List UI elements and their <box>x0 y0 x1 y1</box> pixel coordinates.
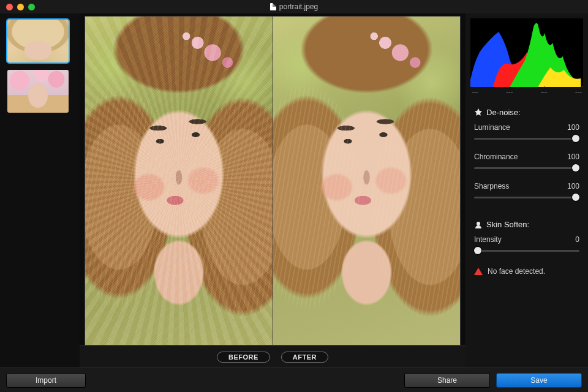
face-warning-text: No face detected. <box>488 267 545 276</box>
thumbnail-0[interactable] <box>7 20 69 62</box>
intensity-label: Intensity <box>474 235 502 244</box>
chrominance-value: 100 <box>567 153 579 161</box>
minimize-window-button[interactable] <box>17 4 24 10</box>
skin-soften-title: Skin Soften: <box>486 220 529 229</box>
face-warning: No face detected. <box>474 265 579 282</box>
window-controls <box>0 4 35 10</box>
save-button[interactable]: Save <box>496 373 582 388</box>
titlebar: portrait.jpeg <box>0 0 588 13</box>
histogram-label-3: --- <box>575 88 582 96</box>
after-chip[interactable]: AFTER <box>281 352 328 363</box>
thumbnail-1[interactable] <box>7 70 69 113</box>
histogram <box>470 18 583 87</box>
intensity-slider[interactable]: Intensity 0 <box>474 235 579 255</box>
intensity-value: 0 <box>575 235 579 244</box>
before-chip[interactable]: BEFORE <box>217 352 270 363</box>
adjustments-panel: --- --- --- --- De-noise: Luminance 100 <box>466 13 588 368</box>
maximize-window-button[interactable] <box>28 4 35 10</box>
skin-soften-icon <box>474 221 483 229</box>
chrominance-slider[interactable]: Chrominance 100 <box>474 153 579 172</box>
preview-before[interactable] <box>85 17 273 345</box>
denoise-section: De-noise: Luminance 100 Chrominance 100 … <box>466 102 588 214</box>
chrominance-label: Chrominance <box>474 153 518 161</box>
preview-column: BEFORE AFTER <box>80 13 466 368</box>
denoise-icon <box>474 108 483 117</box>
close-window-button[interactable] <box>6 4 13 10</box>
warning-icon <box>474 268 483 275</box>
luminance-slider[interactable]: Luminance 100 <box>474 123 579 143</box>
histogram-labels: --- --- --- --- <box>470 87 583 100</box>
histogram-label-1: --- <box>506 88 513 96</box>
preview-after[interactable] <box>273 17 460 345</box>
denoise-title: De-noise: <box>486 108 521 117</box>
file-icon <box>270 3 276 10</box>
file-name: portrait.jpeg <box>279 2 318 11</box>
before-after-labels: BEFORE AFTER <box>80 345 466 368</box>
histogram-label-2: --- <box>541 88 548 96</box>
luminance-label: Luminance <box>474 123 510 132</box>
thumbnail-strip <box>0 13 80 368</box>
before-after-split <box>85 16 461 345</box>
import-button[interactable]: Import <box>6 373 86 388</box>
sharpness-slider[interactable]: Sharpness 100 <box>474 182 579 202</box>
bottom-bar: Import Share Save <box>0 368 588 392</box>
histogram-label-0: --- <box>472 88 478 96</box>
sharpness-label: Sharpness <box>474 182 509 190</box>
luminance-value: 100 <box>567 123 579 132</box>
skin-soften-section: Skin Soften: Intensity 0 No face detecte… <box>466 214 588 284</box>
share-button[interactable]: Share <box>404 373 490 388</box>
sharpness-value: 100 <box>567 182 579 190</box>
svg-point-4 <box>477 222 480 225</box>
